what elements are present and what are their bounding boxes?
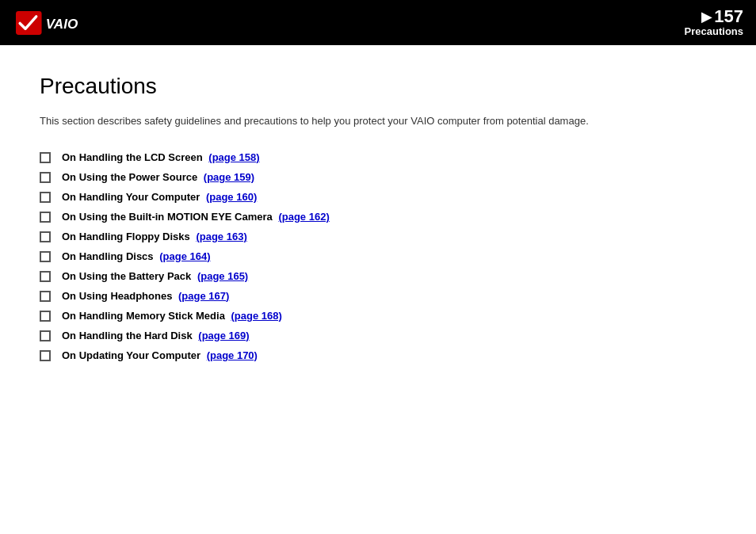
list-item: On Using the Battery Pack (page 165) <box>40 270 716 282</box>
toc-item-label: On Handling Discs (page 164) <box>62 250 211 262</box>
checkbox-icon <box>40 251 51 262</box>
checkbox-icon <box>40 291 51 302</box>
toc-item-link[interactable]: (page 158) <box>208 151 259 163</box>
toc-item-label: On Handling Floppy Disks (page 163) <box>62 231 247 242</box>
checkbox-icon <box>40 212 51 223</box>
toc-item-link[interactable]: (page 164) <box>159 250 210 262</box>
vaio-logo: VAIO <box>16 11 97 35</box>
header-page-number: 157 <box>714 8 743 25</box>
list-item: On Handling Discs (page 164) <box>40 250 716 262</box>
page-header: VAIO ▶ 157 Precautions <box>0 0 756 45</box>
checkbox-icon <box>40 311 51 322</box>
toc-item-link[interactable]: (page 160) <box>206 191 257 203</box>
checkbox-icon <box>40 152 51 163</box>
toc-item-link[interactable]: (page 165) <box>197 270 248 282</box>
page-title: Precautions <box>40 74 716 99</box>
checkbox-icon <box>40 330 51 341</box>
list-item: On Handling the Hard Disk (page 169) <box>40 330 716 341</box>
toc-item-link[interactable]: (page 168) <box>231 310 281 322</box>
toc-item-link[interactable]: (page 159) <box>204 171 254 183</box>
list-item: On Handling Your Computer (page 160) <box>40 191 716 203</box>
toc-item-label: On Handling Your Computer (page 160) <box>62 191 257 203</box>
toc-item-label: On Using the Built-in MOTION EYE Camera … <box>62 211 330 223</box>
toc-item-label: On Using the Power Source (page 159) <box>62 171 254 183</box>
list-item: On Using Headphones (page 167) <box>40 290 716 302</box>
list-item: On Updating Your Computer (page 170) <box>40 349 716 361</box>
list-item: On Handling Floppy Disks (page 163) <box>40 231 716 242</box>
toc-item-label: On Using Headphones (page 167) <box>62 290 229 302</box>
checkbox-icon <box>40 172 51 183</box>
intro-text: This section describes safety guidelines… <box>40 113 716 129</box>
toc-item-label: On Using the Battery Pack (page 165) <box>62 270 248 282</box>
toc-item-label: On Handling the Hard Disk (page 169) <box>62 330 250 341</box>
header-page-info: ▶ 157 Precautions <box>685 8 743 37</box>
checkbox-icon <box>40 350 51 361</box>
toc-item-link[interactable]: (page 169) <box>198 330 249 341</box>
svg-text:VAIO: VAIO <box>46 16 78 32</box>
checkbox-icon <box>40 271 51 282</box>
toc-item-link[interactable]: (page 167) <box>178 290 229 302</box>
toc-item-link[interactable]: (page 170) <box>207 349 258 361</box>
checkbox-icon <box>40 231 51 242</box>
list-item: On Using the Power Source (page 159) <box>40 171 716 183</box>
list-item: On Handling Memory Stick Media (page 168… <box>40 310 716 322</box>
main-content: Precautions This section describes safet… <box>0 45 756 393</box>
toc-list: On Handling the LCD Screen (page 158)On … <box>40 151 716 361</box>
checkbox-icon <box>40 192 51 203</box>
toc-item-label: On Handling the LCD Screen (page 158) <box>62 151 260 163</box>
header-section-label: Precautions <box>685 25 743 37</box>
header-arrow: ▶ <box>701 8 712 25</box>
toc-item-label: On Handling Memory Stick Media (page 168… <box>62 310 282 322</box>
list-item: On Handling the LCD Screen (page 158) <box>40 151 716 163</box>
toc-item-link[interactable]: (page 163) <box>196 231 246 242</box>
toc-item-link[interactable]: (page 162) <box>278 211 329 223</box>
list-item: On Using the Built-in MOTION EYE Camera … <box>40 211 716 223</box>
toc-item-label: On Updating Your Computer (page 170) <box>62 349 258 361</box>
